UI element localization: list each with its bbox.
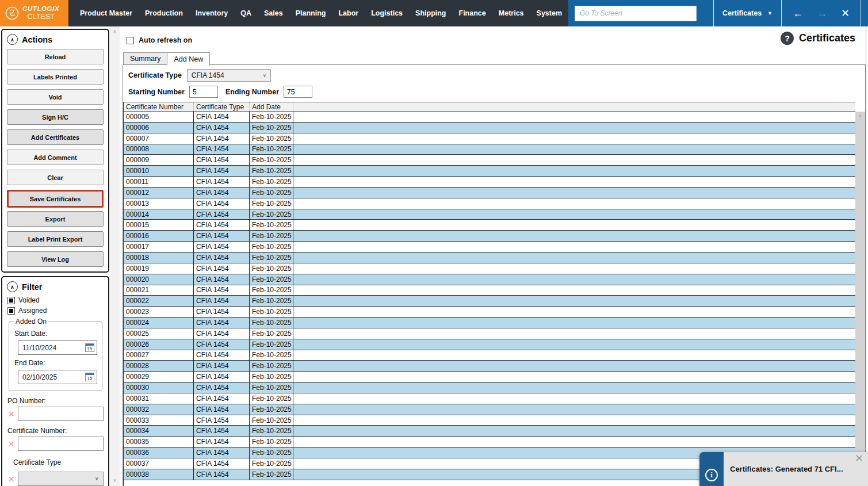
ending-number-input[interactable] [284, 86, 312, 98]
table-row[interactable]: 000016CFIA 1454Feb-10-2025 [124, 231, 855, 242]
table-row[interactable]: 000008CFIA 1454Feb-10-2025 [124, 144, 855, 155]
menu-item-sales[interactable]: Sales [258, 9, 289, 17]
scroll-up-icon[interactable]: ∧ [859, 114, 862, 486]
table-row[interactable]: 000029CFIA 1454Feb-10-2025 [124, 372, 855, 382]
sign-h-c-button[interactable]: Sign H/C [7, 109, 104, 125]
save-certificates-button[interactable]: Save Certificates [7, 190, 104, 208]
close-icon[interactable]: ✕ [841, 8, 850, 18]
add-comment-button[interactable]: Add Comment [7, 150, 104, 165]
table-row[interactable]: 000020CFIA 1454Feb-10-2025 [124, 274, 855, 285]
table-row[interactable]: 000018CFIA 1454Feb-10-2025 [124, 252, 855, 263]
collapse-filter-icon[interactable]: ∧ [7, 281, 18, 292]
goto-screen-input[interactable] [575, 6, 697, 21]
table-cell: Feb-10-2025 [250, 296, 293, 306]
view-log-button[interactable]: View Log [7, 251, 104, 267]
table-row[interactable]: 000035CFIA 1454Feb-10-2025 [124, 437, 855, 447]
back-arrow-icon[interactable]: ← [793, 8, 803, 18]
starting-number-input[interactable] [189, 86, 218, 98]
table-row[interactable]: 000009CFIA 1454Feb-10-2025 [124, 155, 855, 166]
end-date-calendar-button[interactable]: 15 [83, 370, 97, 384]
help-icon[interactable]: ? [781, 32, 794, 45]
table-row[interactable]: 000006CFIA 1454Feb-10-2025 [124, 123, 855, 133]
table-row[interactable]: 000024CFIA 1454Feb-10-2025 [124, 317, 855, 328]
screen-selector-dropdown[interactable]: Certificates ▼ [713, 0, 781, 26]
start-date-calendar-button[interactable]: 15 [83, 341, 97, 354]
table-row[interactable]: 000031CFIA 1454Feb-10-2025 [124, 393, 855, 404]
po-number-input[interactable] [18, 407, 104, 421]
menu-item-planning[interactable]: Planning [289, 9, 332, 17]
certificate-number-label: Certificate Number: [7, 427, 104, 435]
filter-certificate-type-label: Certificate Type [13, 458, 104, 466]
table-row[interactable]: 000014CFIA 1454Feb-10-2025 [124, 209, 855, 220]
menu-item-inventory[interactable]: Inventory [189, 9, 234, 17]
reload-button[interactable]: Reload [7, 49, 104, 64]
start-date-input[interactable] [18, 344, 83, 352]
filter-certificate-type-select[interactable]: ∨ [18, 472, 104, 486]
labels-printed-button[interactable]: Labels Printed [7, 69, 104, 85]
table-row[interactable]: 000005CFIA 1454Feb-10-2025 [124, 112, 855, 123]
table-row[interactable]: 000027CFIA 1454Feb-10-2025 [124, 350, 855, 361]
collapse-actions-icon[interactable]: ∧ [7, 34, 18, 45]
certificate-number-input[interactable] [18, 437, 104, 451]
table-row[interactable]: 000010CFIA 1454Feb-10-2025 [124, 166, 855, 177]
menu-item-metrics[interactable]: Metrics [492, 9, 530, 17]
auto-refresh-checkbox[interactable] [127, 37, 134, 44]
assigned-checkbox[interactable] [7, 307, 15, 315]
table-row[interactable]: 000019CFIA 1454Feb-10-2025 [124, 263, 855, 274]
table-row[interactable]: 000033CFIA 1454Feb-10-2025 [124, 415, 855, 426]
table-row[interactable]: 000021CFIA 1454Feb-10-2025 [124, 285, 855, 296]
scroll-down-icon[interactable]: ∨ [113, 479, 117, 483]
table-row[interactable]: 000034CFIA 1454Feb-10-2025 [124, 426, 855, 437]
table-row[interactable]: 000022CFIA 1454Feb-10-2025 [124, 296, 855, 307]
table-row[interactable]: 000026CFIA 1454Feb-10-2025 [124, 339, 855, 350]
export-button[interactable]: Export [7, 211, 104, 227]
clear-po-number-icon[interactable]: ✕ [6, 410, 16, 419]
table-row[interactable]: 000011CFIA 1454Feb-10-2025 [124, 177, 855, 187]
menu-item-product-master[interactable]: Product Master [74, 9, 139, 17]
table-row[interactable]: 000028CFIA 1454Feb-10-2025 [124, 361, 855, 372]
table-row[interactable]: 000015CFIA 1454Feb-10-2025 [124, 220, 855, 231]
column-header-certificate-type[interactable]: Certificate Type [194, 102, 250, 111]
menu-item-finance[interactable]: Finance [453, 9, 492, 17]
end-date-input[interactable] [18, 373, 83, 381]
menu-item-logistics[interactable]: Logistics [365, 9, 409, 17]
void-button[interactable]: Void [7, 89, 104, 105]
tab-add-new[interactable]: Add New [167, 52, 210, 66]
label-print-export-button[interactable]: Label Print Export [7, 231, 104, 247]
table-cell: CFIA 1454 [194, 447, 250, 458]
menu-item-shipping[interactable]: Shipping [409, 9, 452, 17]
menu-item-production[interactable]: Production [139, 9, 189, 17]
sidebar-scrollbar[interactable]: ∧ ∨ [110, 26, 120, 486]
clear-certificate-type-icon[interactable]: ✕ [6, 474, 16, 484]
table-row[interactable]: 000023CFIA 1454Feb-10-2025 [124, 307, 855, 317]
toast-close-icon[interactable]: ✕ [855, 453, 863, 464]
forward-arrow-icon[interactable]: → [817, 8, 827, 18]
table-scrollbar[interactable]: ∧ [855, 112, 865, 486]
table-cell: CFIA 1454 [194, 231, 250, 241]
column-header-add-date[interactable]: Add Date [250, 102, 293, 111]
clear-certificate-number-icon[interactable]: ✕ [6, 439, 16, 449]
voided-checkbox[interactable] [7, 297, 15, 304]
table-cell: 000018 [124, 252, 194, 263]
scroll-up-icon[interactable]: ∧ [113, 29, 117, 34]
table-cell: Feb-10-2025 [250, 112, 293, 122]
table-row[interactable]: 000032CFIA 1454Feb-10-2025 [124, 404, 855, 415]
menu-item-labor[interactable]: Labor [332, 9, 365, 17]
table-row[interactable]: 000025CFIA 1454Feb-10-2025 [124, 328, 855, 339]
table-row[interactable]: 000013CFIA 1454Feb-10-2025 [124, 198, 855, 209]
certificate-type-select[interactable]: CFIA 1454 ∨ [187, 69, 271, 82]
menu-item-system[interactable]: System [530, 9, 568, 17]
po-number-label: PO Number: [7, 397, 104, 405]
table-row[interactable]: 000007CFIA 1454Feb-10-2025 [124, 133, 855, 144]
table-cell-filler [293, 372, 855, 382]
add-certificates-button[interactable]: Add Certificates [7, 129, 104, 145]
column-header-certificate-number[interactable]: Certificate Number [124, 102, 194, 111]
tab-summary[interactable]: Summary [123, 52, 167, 65]
filter-checkbox-row: Assigned [7, 307, 104, 315]
table-row[interactable]: 000030CFIA 1454Feb-10-2025 [124, 382, 855, 393]
clear-button[interactable]: Clear [7, 170, 104, 185]
menu-item-qa[interactable]: QA [234, 9, 258, 17]
table-row[interactable]: 000012CFIA 1454Feb-10-2025 [124, 187, 855, 198]
table-row[interactable]: 000017CFIA 1454Feb-10-2025 [124, 242, 855, 252]
table-cell: 000027 [124, 350, 194, 361]
